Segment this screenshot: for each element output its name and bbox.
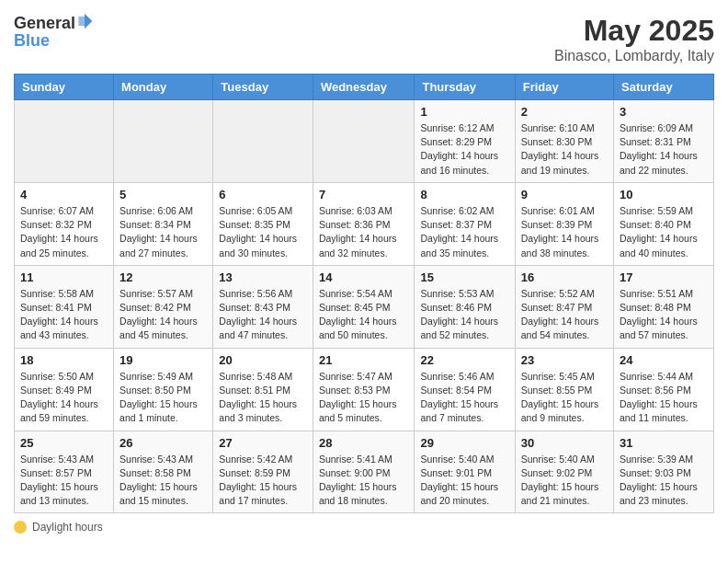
calendar-cell: 23Sunrise: 5:45 AM Sunset: 8:55 PM Dayli… xyxy=(515,348,613,431)
logo-blue: Blue xyxy=(14,32,50,49)
day-number: 8 xyxy=(420,188,508,201)
day-info: Sunrise: 5:43 AM Sunset: 8:57 PM Dayligh… xyxy=(20,453,108,509)
day-info: Sunrise: 5:40 AM Sunset: 9:01 PM Dayligh… xyxy=(420,453,508,509)
day-of-week-friday: Friday xyxy=(515,75,613,100)
day-info: Sunrise: 5:39 AM Sunset: 9:03 PM Dayligh… xyxy=(620,453,708,509)
calendar-cell: 8Sunrise: 6:02 AM Sunset: 8:37 PM Daylig… xyxy=(415,182,515,265)
day-number: 26 xyxy=(119,436,207,450)
calendar-cell: 14Sunrise: 5:54 AM Sunset: 8:45 PM Dayli… xyxy=(313,265,415,348)
day-number: 27 xyxy=(219,436,307,450)
calendar-cell: 21Sunrise: 5:47 AM Sunset: 8:53 PM Dayli… xyxy=(313,348,415,431)
day-number: 11 xyxy=(20,270,108,284)
calendar-cell: 11Sunrise: 5:58 AM Sunset: 8:41 PM Dayli… xyxy=(15,265,114,348)
day-number: 21 xyxy=(319,353,409,367)
day-info: Sunrise: 6:10 AM Sunset: 8:30 PM Dayligh… xyxy=(521,121,608,178)
calendar-cell: 31Sunrise: 5:39 AM Sunset: 9:03 PM Dayli… xyxy=(614,431,714,513)
calendar-cell: 26Sunrise: 5:43 AM Sunset: 8:58 PM Dayli… xyxy=(114,431,213,513)
calendar-cell: 17Sunrise: 5:51 AM Sunset: 8:48 PM Dayli… xyxy=(614,265,714,348)
calendar-cell: 4Sunrise: 6:07 AM Sunset: 8:32 PM Daylig… xyxy=(15,182,114,265)
day-of-week-saturday: Saturday xyxy=(614,75,714,100)
calendar-cell: 19Sunrise: 5:49 AM Sunset: 8:50 PM Dayli… xyxy=(114,348,213,431)
day-number: 24 xyxy=(620,353,708,367)
day-number: 3 xyxy=(620,105,708,119)
calendar-cell: 7Sunrise: 6:03 AM Sunset: 8:36 PM Daylig… xyxy=(313,182,415,265)
calendar-cell: 16Sunrise: 5:52 AM Sunset: 8:47 PM Dayli… xyxy=(515,265,613,348)
day-info: Sunrise: 5:46 AM Sunset: 8:54 PM Dayligh… xyxy=(420,370,508,426)
day-info: Sunrise: 5:59 AM Sunset: 8:40 PM Dayligh… xyxy=(620,204,708,260)
calendar-cell: 15Sunrise: 5:53 AM Sunset: 8:46 PM Dayli… xyxy=(415,265,515,348)
day-info: Sunrise: 5:54 AM Sunset: 8:45 PM Dayligh… xyxy=(319,287,409,343)
day-of-week-thursday: Thursday xyxy=(415,75,515,100)
day-number: 18 xyxy=(20,353,108,367)
day-number: 13 xyxy=(219,270,307,284)
day-info: Sunrise: 5:44 AM Sunset: 8:56 PM Dayligh… xyxy=(620,370,708,426)
calendar-week-2: 4Sunrise: 6:07 AM Sunset: 8:32 PM Daylig… xyxy=(15,182,714,265)
day-info: Sunrise: 6:06 AM Sunset: 8:34 PM Dayligh… xyxy=(119,204,207,260)
calendar-week-3: 11Sunrise: 5:58 AM Sunset: 8:41 PM Dayli… xyxy=(15,265,714,348)
day-info: Sunrise: 6:12 AM Sunset: 8:29 PM Dayligh… xyxy=(420,121,508,178)
day-number: 16 xyxy=(521,270,608,284)
day-number: 22 xyxy=(420,353,508,367)
day-number: 20 xyxy=(219,353,307,367)
day-number: 23 xyxy=(521,353,608,367)
day-info: Sunrise: 5:56 AM Sunset: 8:43 PM Dayligh… xyxy=(219,287,307,343)
calendar-cell: 12Sunrise: 5:57 AM Sunset: 8:42 PM Dayli… xyxy=(114,265,213,348)
day-of-week-monday: Monday xyxy=(114,75,213,100)
calendar-cell: 5Sunrise: 6:06 AM Sunset: 8:34 PM Daylig… xyxy=(114,182,213,265)
day-number: 17 xyxy=(620,270,708,284)
day-info: Sunrise: 5:40 AM Sunset: 9:02 PM Dayligh… xyxy=(521,453,608,509)
svg-marker-1 xyxy=(78,17,85,26)
calendar-cell: 18Sunrise: 5:50 AM Sunset: 8:49 PM Dayli… xyxy=(15,348,114,431)
day-info: Sunrise: 6:07 AM Sunset: 8:32 PM Dayligh… xyxy=(20,204,108,260)
calendar-cell: 2Sunrise: 6:10 AM Sunset: 8:30 PM Daylig… xyxy=(515,100,613,183)
day-of-week-sunday: Sunday xyxy=(15,75,114,100)
day-info: Sunrise: 5:58 AM Sunset: 8:41 PM Dayligh… xyxy=(20,287,108,343)
day-info: Sunrise: 5:57 AM Sunset: 8:42 PM Dayligh… xyxy=(119,287,207,343)
calendar-cell: 28Sunrise: 5:41 AM Sunset: 9:00 PM Dayli… xyxy=(313,431,415,513)
logo-general: General xyxy=(14,15,75,31)
calendar-cell xyxy=(313,100,415,183)
day-number: 29 xyxy=(420,436,508,450)
location-title: Binasco, Lombardy, Italy xyxy=(554,48,714,64)
day-number: 7 xyxy=(319,188,409,201)
calendar-header-row: SundayMondayTuesdayWednesdayThursdayFrid… xyxy=(15,75,714,100)
day-info: Sunrise: 5:42 AM Sunset: 8:59 PM Dayligh… xyxy=(219,453,307,509)
calendar-cell: 27Sunrise: 5:42 AM Sunset: 8:59 PM Dayli… xyxy=(213,431,313,513)
day-number: 10 xyxy=(620,188,708,201)
day-info: Sunrise: 5:48 AM Sunset: 8:51 PM Dayligh… xyxy=(219,370,307,426)
calendar-cell: 10Sunrise: 5:59 AM Sunset: 8:40 PM Dayli… xyxy=(614,182,714,265)
day-info: Sunrise: 6:03 AM Sunset: 8:36 PM Dayligh… xyxy=(319,204,409,260)
day-info: Sunrise: 6:05 AM Sunset: 8:35 PM Dayligh… xyxy=(219,204,307,260)
calendar-cell: 30Sunrise: 5:40 AM Sunset: 9:02 PM Dayli… xyxy=(515,431,613,513)
calendar-cell xyxy=(114,100,213,183)
day-info: Sunrise: 6:02 AM Sunset: 8:37 PM Dayligh… xyxy=(420,204,508,260)
day-number: 12 xyxy=(119,270,207,284)
title-section: May 2025 Binasco, Lombardy, Italy xyxy=(554,14,714,64)
calendar-cell: 20Sunrise: 5:48 AM Sunset: 8:51 PM Dayli… xyxy=(213,348,313,431)
day-info: Sunrise: 5:50 AM Sunset: 8:49 PM Dayligh… xyxy=(20,370,108,426)
calendar-cell: 1Sunrise: 6:12 AM Sunset: 8:29 PM Daylig… xyxy=(415,100,515,183)
day-info: Sunrise: 6:01 AM Sunset: 8:39 PM Dayligh… xyxy=(521,204,608,260)
day-number: 1 xyxy=(420,105,508,119)
day-number: 6 xyxy=(219,188,307,201)
calendar-week-5: 25Sunrise: 5:43 AM Sunset: 8:57 PM Dayli… xyxy=(15,431,714,513)
footer-label: Daylight hours xyxy=(32,521,103,534)
day-info: Sunrise: 5:47 AM Sunset: 8:53 PM Dayligh… xyxy=(319,370,409,426)
day-info: Sunrise: 5:53 AM Sunset: 8:46 PM Dayligh… xyxy=(420,287,508,343)
sun-icon xyxy=(14,521,27,534)
month-title: May 2025 xyxy=(554,14,714,48)
calendar-cell: 6Sunrise: 6:05 AM Sunset: 8:35 PM Daylig… xyxy=(213,182,313,265)
day-info: Sunrise: 5:45 AM Sunset: 8:55 PM Dayligh… xyxy=(521,370,608,426)
day-info: Sunrise: 5:43 AM Sunset: 8:58 PM Dayligh… xyxy=(119,453,207,509)
day-info: Sunrise: 6:09 AM Sunset: 8:31 PM Dayligh… xyxy=(620,121,708,178)
day-number: 31 xyxy=(620,436,708,450)
day-number: 15 xyxy=(420,270,508,284)
day-number: 30 xyxy=(521,436,608,450)
day-of-week-tuesday: Tuesday xyxy=(213,75,313,100)
day-number: 28 xyxy=(319,436,409,450)
calendar-cell: 29Sunrise: 5:40 AM Sunset: 9:01 PM Dayli… xyxy=(415,431,515,513)
day-number: 4 xyxy=(20,188,108,201)
calendar-week-1: 1Sunrise: 6:12 AM Sunset: 8:29 PM Daylig… xyxy=(15,100,714,183)
day-number: 19 xyxy=(119,353,207,367)
day-info: Sunrise: 5:52 AM Sunset: 8:47 PM Dayligh… xyxy=(521,287,608,343)
